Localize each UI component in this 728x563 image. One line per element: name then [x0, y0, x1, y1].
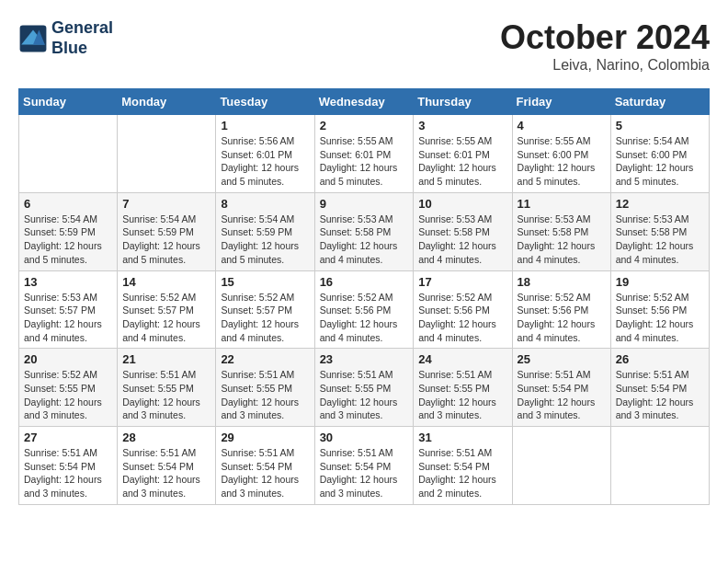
- calendar-cell: 5Sunrise: 5:54 AM Sunset: 6:00 PM Daylig…: [610, 115, 709, 193]
- calendar-cell: 26Sunrise: 5:51 AM Sunset: 5:54 PM Dayli…: [610, 349, 709, 427]
- calendar-cell: 24Sunrise: 5:51 AM Sunset: 5:55 PM Dayli…: [414, 349, 512, 427]
- calendar-cell: 23Sunrise: 5:51 AM Sunset: 5:55 PM Dayli…: [314, 349, 414, 427]
- day-number: 10: [418, 197, 506, 211]
- weekday-header: Thursday: [414, 89, 512, 115]
- weekday-header: Saturday: [610, 89, 709, 115]
- day-detail: Sunrise: 5:51 AM Sunset: 5:54 PM Dayligh…: [122, 446, 210, 500]
- calendar-cell: 16Sunrise: 5:52 AM Sunset: 5:56 PM Dayli…: [314, 270, 414, 349]
- weekday-header: Tuesday: [216, 89, 314, 115]
- day-detail: Sunrise: 5:51 AM Sunset: 5:55 PM Dayligh…: [122, 368, 210, 422]
- day-number: 14: [122, 275, 210, 289]
- day-detail: Sunrise: 5:54 AM Sunset: 5:59 PM Dayligh…: [122, 213, 210, 267]
- calendar-cell: 14Sunrise: 5:52 AM Sunset: 5:57 PM Dayli…: [118, 270, 216, 349]
- day-number: 6: [24, 197, 112, 211]
- day-number: 16: [320, 275, 409, 289]
- day-number: 21: [122, 352, 210, 366]
- calendar-cell: 17Sunrise: 5:52 AM Sunset: 5:56 PM Dayli…: [414, 270, 512, 349]
- day-detail: Sunrise: 5:56 AM Sunset: 6:01 PM Dayligh…: [221, 134, 309, 189]
- day-number: 31: [418, 431, 506, 444]
- logo-icon: [18, 24, 48, 53]
- day-detail: Sunrise: 5:51 AM Sunset: 5:55 PM Dayligh…: [418, 368, 506, 422]
- day-number: 23: [320, 352, 409, 366]
- logo: General Blue: [18, 18, 113, 58]
- calendar-cell: 25Sunrise: 5:51 AM Sunset: 5:54 PM Dayli…: [512, 349, 610, 427]
- calendar-cell: 12Sunrise: 5:53 AM Sunset: 5:58 PM Dayli…: [610, 192, 709, 270]
- day-number: 19: [616, 275, 704, 289]
- day-number: 17: [418, 275, 506, 289]
- calendar-cell: 4Sunrise: 5:55 AM Sunset: 6:00 PM Daylig…: [512, 115, 610, 193]
- day-number: 25: [518, 352, 606, 366]
- day-number: 20: [24, 352, 112, 366]
- calendar-cell: 20Sunrise: 5:52 AM Sunset: 5:55 PM Dayli…: [19, 349, 118, 427]
- day-detail: Sunrise: 5:52 AM Sunset: 5:56 PM Dayligh…: [418, 291, 506, 345]
- calendar-header-row: SundayMondayTuesdayWednesdayThursdayFrid…: [19, 89, 710, 115]
- day-detail: Sunrise: 5:54 AM Sunset: 5:59 PM Dayligh…: [24, 213, 112, 267]
- day-detail: Sunrise: 5:54 AM Sunset: 6:00 PM Dayligh…: [616, 134, 704, 189]
- day-detail: Sunrise: 5:51 AM Sunset: 5:54 PM Dayligh…: [221, 446, 309, 500]
- calendar-week-row: 1Sunrise: 5:56 AM Sunset: 6:01 PM Daylig…: [19, 115, 710, 193]
- day-number: 3: [418, 119, 506, 132]
- calendar-cell: 18Sunrise: 5:52 AM Sunset: 5:56 PM Dayli…: [512, 270, 610, 349]
- day-number: 22: [221, 352, 309, 366]
- day-number: 1: [221, 119, 309, 132]
- day-number: 8: [221, 197, 309, 211]
- day-detail: Sunrise: 5:54 AM Sunset: 5:59 PM Dayligh…: [221, 213, 309, 267]
- day-detail: Sunrise: 5:52 AM Sunset: 5:57 PM Dayligh…: [221, 291, 309, 345]
- month-title: October 2024: [500, 18, 710, 57]
- day-detail: Sunrise: 5:52 AM Sunset: 5:56 PM Dayligh…: [320, 291, 409, 345]
- day-detail: Sunrise: 5:52 AM Sunset: 5:56 PM Dayligh…: [616, 291, 704, 345]
- calendar-cell: 13Sunrise: 5:53 AM Sunset: 5:57 PM Dayli…: [19, 270, 118, 349]
- calendar-cell: [610, 427, 709, 505]
- day-detail: Sunrise: 5:51 AM Sunset: 5:55 PM Dayligh…: [320, 368, 409, 422]
- day-number: 4: [518, 119, 606, 132]
- day-number: 15: [221, 275, 309, 289]
- calendar-cell: 15Sunrise: 5:52 AM Sunset: 5:57 PM Dayli…: [216, 270, 314, 349]
- day-number: 2: [320, 119, 409, 132]
- calendar-cell: 22Sunrise: 5:51 AM Sunset: 5:55 PM Dayli…: [216, 349, 314, 427]
- weekday-header: Friday: [512, 89, 610, 115]
- day-number: 24: [418, 352, 506, 366]
- calendar-cell: 21Sunrise: 5:51 AM Sunset: 5:55 PM Dayli…: [118, 349, 216, 427]
- calendar-week-row: 20Sunrise: 5:52 AM Sunset: 5:55 PM Dayli…: [19, 349, 710, 427]
- calendar-cell: 10Sunrise: 5:53 AM Sunset: 5:58 PM Dayli…: [414, 192, 512, 270]
- day-detail: Sunrise: 5:52 AM Sunset: 5:56 PM Dayligh…: [518, 291, 606, 345]
- day-number: 5: [616, 119, 704, 132]
- calendar-cell: 7Sunrise: 5:54 AM Sunset: 5:59 PM Daylig…: [118, 192, 216, 270]
- day-detail: Sunrise: 5:52 AM Sunset: 5:57 PM Dayligh…: [122, 291, 210, 345]
- calendar-cell: 29Sunrise: 5:51 AM Sunset: 5:54 PM Dayli…: [216, 427, 314, 505]
- day-detail: Sunrise: 5:53 AM Sunset: 5:58 PM Dayligh…: [418, 213, 506, 267]
- day-number: 7: [122, 197, 210, 211]
- day-number: 28: [122, 431, 210, 444]
- calendar-cell: [118, 115, 216, 193]
- day-number: 18: [518, 275, 606, 289]
- day-number: 30: [320, 431, 409, 444]
- day-number: 13: [24, 275, 112, 289]
- weekday-header: Wednesday: [314, 89, 414, 115]
- calendar-week-row: 13Sunrise: 5:53 AM Sunset: 5:57 PM Dayli…: [19, 270, 710, 349]
- calendar-cell: 30Sunrise: 5:51 AM Sunset: 5:54 PM Dayli…: [314, 427, 414, 505]
- calendar-table: SundayMondayTuesdayWednesdayThursdayFrid…: [18, 88, 710, 505]
- day-detail: Sunrise: 5:55 AM Sunset: 6:01 PM Dayligh…: [320, 134, 409, 189]
- weekday-header: Sunday: [19, 89, 118, 115]
- day-number: 9: [320, 197, 409, 211]
- day-detail: Sunrise: 5:51 AM Sunset: 5:54 PM Dayligh…: [320, 446, 409, 500]
- location-title: Leiva, Narino, Colombia: [500, 57, 710, 74]
- title-section: October 2024 Leiva, Narino, Colombia: [500, 18, 710, 74]
- day-number: 11: [518, 197, 606, 211]
- logo-text: General Blue: [51, 18, 113, 58]
- day-detail: Sunrise: 5:52 AM Sunset: 5:55 PM Dayligh…: [24, 368, 112, 422]
- day-number: 12: [616, 197, 704, 211]
- day-detail: Sunrise: 5:51 AM Sunset: 5:54 PM Dayligh…: [418, 446, 506, 500]
- page-header: General Blue October 2024 Leiva, Narino,…: [18, 18, 710, 74]
- calendar-cell: 1Sunrise: 5:56 AM Sunset: 6:01 PM Daylig…: [216, 115, 314, 193]
- weekday-header: Monday: [118, 89, 216, 115]
- calendar-cell: 11Sunrise: 5:53 AM Sunset: 5:58 PM Dayli…: [512, 192, 610, 270]
- day-detail: Sunrise: 5:53 AM Sunset: 5:58 PM Dayligh…: [518, 213, 606, 267]
- day-detail: Sunrise: 5:53 AM Sunset: 5:58 PM Dayligh…: [320, 213, 409, 267]
- day-detail: Sunrise: 5:53 AM Sunset: 5:57 PM Dayligh…: [24, 291, 112, 345]
- calendar-cell: [19, 115, 118, 193]
- day-number: 27: [24, 431, 112, 444]
- calendar-cell: 3Sunrise: 5:55 AM Sunset: 6:01 PM Daylig…: [414, 115, 512, 193]
- day-detail: Sunrise: 5:55 AM Sunset: 6:01 PM Dayligh…: [418, 134, 506, 189]
- calendar-cell: 9Sunrise: 5:53 AM Sunset: 5:58 PM Daylig…: [314, 192, 414, 270]
